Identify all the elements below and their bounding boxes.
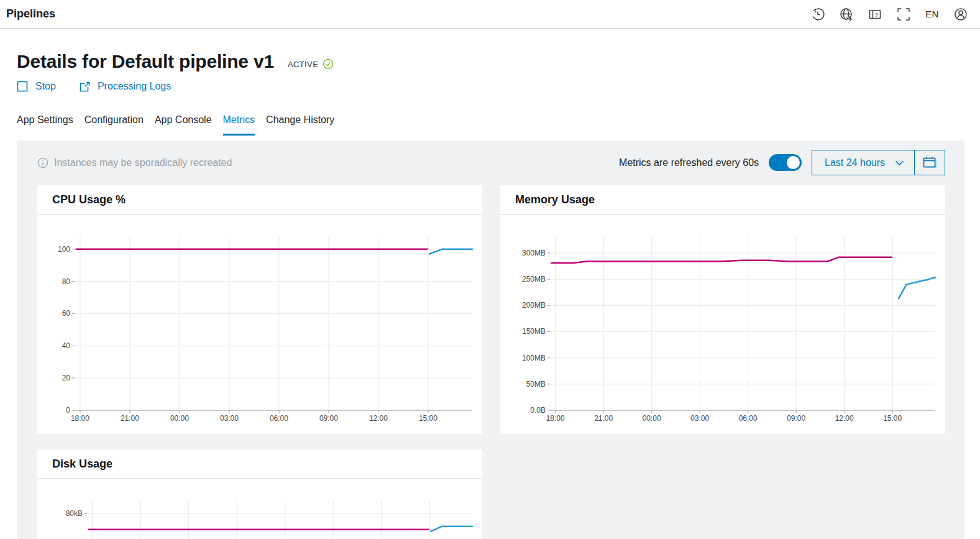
- svg-text:21:00: 21:00: [594, 414, 613, 423]
- svg-text:20: 20: [62, 374, 71, 382]
- svg-text:12:00: 12:00: [369, 414, 388, 423]
- svg-text:200MB: 200MB: [522, 301, 546, 310]
- disk-usage-title: Disk Usage: [37, 449, 482, 479]
- topbar-icons: ? EN: [807, 4, 971, 25]
- disk-usage-card: Disk Usage 18:0021:0000:0003:0006:0009:0…: [37, 449, 482, 539]
- tab-app-settings[interactable]: App Settings: [17, 111, 73, 136]
- cpu-usage-title: CPU Usage %: [37, 185, 482, 215]
- metrics-toolbar: Instances may be sporadically recreated …: [17, 150, 964, 175]
- svg-text:06:00: 06:00: [739, 414, 758, 423]
- svg-text:150MB: 150MB: [522, 327, 546, 336]
- svg-text:15:00: 15:00: [419, 414, 437, 423]
- svg-text:09:00: 09:00: [787, 414, 805, 423]
- calendar-button[interactable]: [914, 150, 945, 175]
- toolbar-right: Metrics are refreshed every 60s Last 24 …: [619, 150, 945, 175]
- svg-text:0: 0: [66, 406, 70, 415]
- title-row: Details for Default pipeline v1 ACTIVE: [17, 51, 980, 72]
- fullscreen-icon[interactable]: [893, 4, 914, 25]
- calendar-icon: [922, 155, 938, 170]
- svg-text:21:00: 21:00: [121, 414, 139, 423]
- svg-text:80kB: 80kB: [66, 509, 83, 518]
- svg-text:18:00: 18:00: [71, 414, 89, 423]
- processing-logs-link[interactable]: Processing Logs: [80, 81, 171, 92]
- svg-text:100MB: 100MB: [522, 354, 546, 362]
- svg-text:?: ?: [875, 12, 878, 18]
- user-avatar-icon[interactable]: [950, 4, 971, 25]
- disk-usage-chart: 18:0021:0000:0003:0006:0009:0012:0015:00…: [42, 488, 477, 539]
- external-link-icon: [80, 81, 90, 92]
- svg-text:15:00: 15:00: [883, 414, 902, 423]
- memory-usage-title: Memory Usage: [500, 185, 945, 215]
- svg-text:100: 100: [58, 245, 70, 254]
- svg-text:00:00: 00:00: [643, 414, 661, 423]
- language-selector[interactable]: EN: [922, 4, 943, 25]
- history-icon[interactable]: [807, 4, 828, 25]
- tab-change-history[interactable]: Change History: [266, 111, 334, 136]
- info-icon: [37, 157, 48, 168]
- refresh-toggle[interactable]: [769, 154, 802, 171]
- tab-configuration[interactable]: Configuration: [85, 111, 144, 136]
- top-bar: Pipelines: [0, 0, 980, 29]
- status-badge: ACTIVE: [288, 58, 334, 70]
- toggle-knob: [787, 156, 800, 169]
- chevron-down-icon: [895, 160, 904, 166]
- svg-text:60: 60: [62, 309, 71, 318]
- time-range-box: Last 24 hours: [812, 150, 945, 175]
- processing-logs-label: Processing Logs: [98, 81, 171, 92]
- actions-row: Stop Processing Logs: [17, 81, 980, 92]
- stop-button[interactable]: Stop: [17, 81, 56, 92]
- svg-text:06:00: 06:00: [270, 414, 288, 423]
- page-content: Details for Default pipeline v1 ACTIVE S…: [0, 51, 980, 136]
- memory-usage-card: Memory Usage 18:0021:0000:0003:0006:0009…: [500, 185, 945, 434]
- page-title: Details for Default pipeline v1: [17, 51, 274, 72]
- svg-text:12:00: 12:00: [835, 414, 854, 423]
- svg-text:250MB: 250MB: [522, 275, 546, 283]
- cpu-usage-chart: 18:0021:0000:0003:0006:0009:0012:0015:00…: [42, 224, 477, 429]
- charts-grid: CPU Usage % 18:0021:0000:0003:0006:0009:…: [37, 185, 945, 539]
- manual-help-icon[interactable]: ?: [864, 4, 886, 25]
- time-range-dropdown[interactable]: Last 24 hours: [812, 150, 914, 175]
- cpu-usage-card: CPU Usage % 18:0021:0000:0003:0006:0009:…: [37, 185, 482, 434]
- tab-app-console[interactable]: App Console: [155, 111, 212, 136]
- svg-text:00:00: 00:00: [170, 414, 189, 423]
- svg-text:300MB: 300MB: [522, 249, 546, 257]
- svg-text:40: 40: [62, 341, 71, 350]
- svg-text:09:00: 09:00: [319, 414, 338, 423]
- svg-text:50MB: 50MB: [526, 380, 546, 389]
- tab-metrics[interactable]: Metrics: [223, 111, 255, 136]
- svg-text:0.0B: 0.0B: [530, 406, 546, 415]
- refresh-label: Metrics are refreshed every 60s: [619, 157, 759, 168]
- memory-usage-chart: 18:0021:0000:0003:0006:0009:0012:0015:00…: [505, 224, 940, 429]
- svg-text:03:00: 03:00: [690, 414, 709, 423]
- info-note: Instances may be sporadically recreated: [37, 157, 232, 168]
- stop-icon: [17, 81, 28, 92]
- svg-text:80: 80: [62, 277, 71, 286]
- metrics-panel: Instances may be sporadically recreated …: [17, 141, 964, 539]
- svg-text:18:00: 18:00: [546, 414, 565, 423]
- app-title: Pipelines: [6, 7, 55, 21]
- tab-bar: App Settings Configuration App Console M…: [17, 111, 980, 136]
- svg-text:03:00: 03:00: [220, 414, 239, 423]
- app-window: Pipelines: [0, 0, 980, 539]
- status-text: ACTIVE: [288, 60, 318, 69]
- info-text: Instances may be sporadically recreated: [54, 157, 232, 168]
- time-range-value: Last 24 hours: [825, 157, 885, 168]
- globe-pointer-icon[interactable]: [836, 4, 857, 25]
- stop-label: Stop: [35, 81, 56, 92]
- check-circle-icon: [323, 58, 334, 70]
